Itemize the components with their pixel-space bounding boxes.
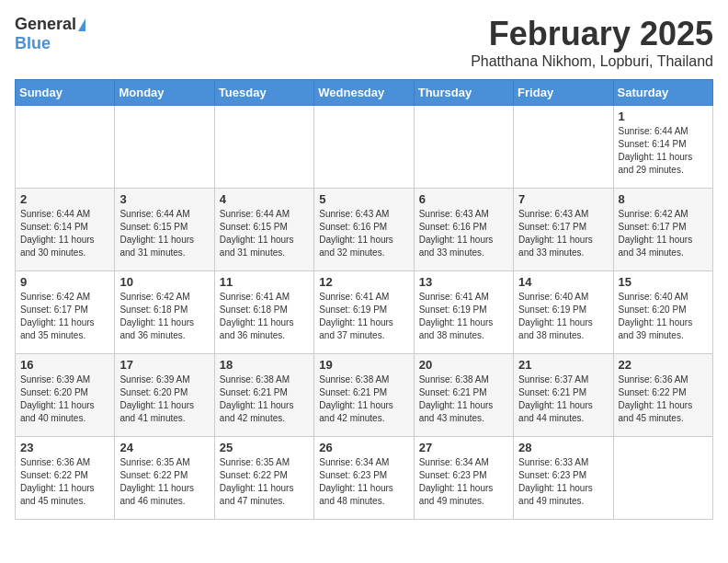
calendar-cell: 25Sunrise: 6:35 AM Sunset: 6:22 PM Dayli… [214,437,313,520]
logo: General Blue [15,15,85,53]
day-number: 1 [619,109,708,123]
title-section: February 2025 Phatthana Nikhom, Lopburi,… [471,15,713,70]
calendar-cell: 16Sunrise: 6:39 AM Sunset: 6:20 PM Dayli… [16,354,115,437]
day-number: 21 [518,358,608,372]
day-number: 9 [20,275,109,289]
day-info: Sunrise: 6:34 AM Sunset: 6:23 PM Dayligh… [319,456,408,508]
calendar-subtitle: Phatthana Nikhom, Lopburi, Thailand [471,53,713,70]
logo-icon [78,18,85,31]
calendar-cell: 8Sunrise: 6:42 AM Sunset: 6:17 PM Daylig… [613,189,712,271]
day-info: Sunrise: 6:37 AM Sunset: 6:21 PM Dayligh… [518,373,608,425]
day-number: 16 [20,358,109,372]
calendar-cell: 9Sunrise: 6:42 AM Sunset: 6:17 PM Daylig… [16,271,115,354]
day-info: Sunrise: 6:43 AM Sunset: 6:17 PM Dayligh… [518,208,608,259]
day-number: 20 [419,358,508,372]
calendar-cell: 28Sunrise: 6:33 AM Sunset: 6:23 PM Dayli… [514,437,613,520]
day-info: Sunrise: 6:42 AM Sunset: 6:17 PM Dayligh… [20,291,109,342]
calendar-cell: 23Sunrise: 6:36 AM Sunset: 6:22 PM Dayli… [16,437,115,520]
calendar-cell [414,106,513,189]
day-info: Sunrise: 6:38 AM Sunset: 6:21 PM Dayligh… [319,373,408,425]
weekday-header-tuesday: Tuesday [214,80,313,106]
day-number: 15 [619,275,708,289]
weekday-header-saturday: Saturday [613,80,712,106]
calendar-cell: 14Sunrise: 6:40 AM Sunset: 6:19 PM Dayli… [514,271,613,354]
day-number: 6 [419,192,508,206]
weekday-header-monday: Monday [115,80,214,106]
day-number: 5 [319,192,408,206]
day-info: Sunrise: 6:41 AM Sunset: 6:19 PM Dayligh… [419,291,508,342]
day-info: Sunrise: 6:43 AM Sunset: 6:16 PM Dayligh… [419,208,508,259]
calendar-cell: 18Sunrise: 6:38 AM Sunset: 6:21 PM Dayli… [214,354,313,437]
calendar-cell: 6Sunrise: 6:43 AM Sunset: 6:16 PM Daylig… [414,189,513,271]
header: General Blue February 2025 Phatthana Nik… [15,15,713,70]
calendar-cell: 15Sunrise: 6:40 AM Sunset: 6:20 PM Dayli… [613,271,712,354]
day-info: Sunrise: 6:42 AM Sunset: 6:18 PM Dayligh… [119,291,209,342]
weekday-header-row: SundayMondayTuesdayWednesdayThursdayFrid… [16,80,713,106]
day-number: 28 [518,441,608,454]
calendar-cell: 7Sunrise: 6:43 AM Sunset: 6:17 PM Daylig… [514,189,613,271]
day-number: 8 [619,192,708,206]
day-number: 7 [518,192,608,206]
day-info: Sunrise: 6:38 AM Sunset: 6:21 PM Dayligh… [220,373,309,425]
day-number: 23 [20,441,109,454]
day-number: 3 [119,192,209,206]
day-number: 14 [518,275,608,289]
calendar-cell: 24Sunrise: 6:35 AM Sunset: 6:22 PM Dayli… [115,437,214,520]
calendar-table: SundayMondayTuesdayWednesdayThursdayFrid… [15,79,713,520]
calendar-cell [514,106,613,189]
day-number: 27 [419,441,508,454]
calendar-cell: 19Sunrise: 6:38 AM Sunset: 6:21 PM Dayli… [314,354,414,437]
calendar-cell [613,437,712,520]
day-number: 4 [220,192,309,206]
day-info: Sunrise: 6:44 AM Sunset: 6:14 PM Dayligh… [20,208,109,259]
day-number: 17 [119,358,209,372]
day-info: Sunrise: 6:39 AM Sunset: 6:20 PM Dayligh… [20,373,109,425]
calendar-cell: 13Sunrise: 6:41 AM Sunset: 6:19 PM Dayli… [414,271,513,354]
day-info: Sunrise: 6:38 AM Sunset: 6:21 PM Dayligh… [419,373,508,425]
week-row-4: 16Sunrise: 6:39 AM Sunset: 6:20 PM Dayli… [16,354,713,437]
day-info: Sunrise: 6:39 AM Sunset: 6:20 PM Dayligh… [119,373,209,425]
calendar-cell: 22Sunrise: 6:36 AM Sunset: 6:22 PM Dayli… [613,354,712,437]
week-row-3: 9Sunrise: 6:42 AM Sunset: 6:17 PM Daylig… [16,271,713,354]
calendar-cell: 12Sunrise: 6:41 AM Sunset: 6:19 PM Dayli… [314,271,414,354]
calendar-cell: 1Sunrise: 6:44 AM Sunset: 6:14 PM Daylig… [613,106,712,189]
calendar-cell: 26Sunrise: 6:34 AM Sunset: 6:23 PM Dayli… [314,437,414,520]
day-info: Sunrise: 6:34 AM Sunset: 6:23 PM Dayligh… [419,456,508,508]
calendar-cell [314,106,414,189]
day-number: 12 [319,275,408,289]
day-info: Sunrise: 6:40 AM Sunset: 6:20 PM Dayligh… [619,291,708,342]
day-info: Sunrise: 6:33 AM Sunset: 6:23 PM Dayligh… [518,456,608,508]
day-number: 10 [119,275,209,289]
calendar-cell: 2Sunrise: 6:44 AM Sunset: 6:14 PM Daylig… [16,189,115,271]
day-info: Sunrise: 6:40 AM Sunset: 6:19 PM Dayligh… [518,291,608,342]
day-number: 19 [319,358,408,372]
day-number: 25 [220,441,309,454]
calendar-cell: 3Sunrise: 6:44 AM Sunset: 6:15 PM Daylig… [115,189,214,271]
day-info: Sunrise: 6:36 AM Sunset: 6:22 PM Dayligh… [619,373,708,425]
day-info: Sunrise: 6:42 AM Sunset: 6:17 PM Dayligh… [619,208,708,259]
day-info: Sunrise: 6:44 AM Sunset: 6:15 PM Dayligh… [220,208,309,259]
weekday-header-sunday: Sunday [16,80,115,106]
calendar-cell [115,106,214,189]
day-info: Sunrise: 6:44 AM Sunset: 6:15 PM Dayligh… [119,208,209,259]
calendar-cell: 17Sunrise: 6:39 AM Sunset: 6:20 PM Dayli… [115,354,214,437]
day-number: 22 [619,358,708,372]
day-number: 11 [220,275,309,289]
logo-blue-text: Blue [15,34,51,53]
calendar-cell [214,106,313,189]
calendar-cell: 5Sunrise: 6:43 AM Sunset: 6:16 PM Daylig… [314,189,414,271]
weekday-header-thursday: Thursday [414,80,513,106]
day-info: Sunrise: 6:36 AM Sunset: 6:22 PM Dayligh… [20,456,109,508]
day-number: 18 [220,358,309,372]
calendar-title: February 2025 [471,15,713,53]
calendar-cell: 21Sunrise: 6:37 AM Sunset: 6:21 PM Dayli… [514,354,613,437]
day-info: Sunrise: 6:35 AM Sunset: 6:22 PM Dayligh… [119,456,209,508]
day-number: 13 [419,275,508,289]
day-number: 2 [20,192,109,206]
calendar-cell [16,106,115,189]
week-row-1: 1Sunrise: 6:44 AM Sunset: 6:14 PM Daylig… [16,106,713,189]
logo-general-text: General [15,15,76,34]
calendar-cell: 27Sunrise: 6:34 AM Sunset: 6:23 PM Dayli… [414,437,513,520]
weekday-header-wednesday: Wednesday [314,80,414,106]
day-info: Sunrise: 6:41 AM Sunset: 6:19 PM Dayligh… [319,291,408,342]
